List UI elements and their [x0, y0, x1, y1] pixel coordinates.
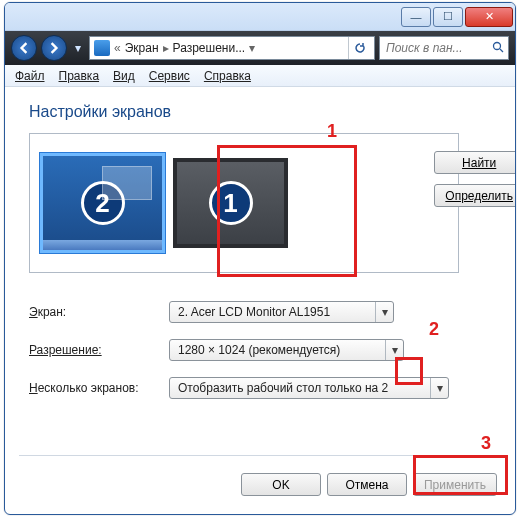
chevron-down-icon: ▾: [385, 340, 403, 360]
close-button[interactable]: ✕: [465, 7, 513, 27]
resolution-label: Разрешение:: [29, 343, 169, 357]
find-button[interactable]: Найти: [434, 151, 516, 174]
menu-file[interactable]: Файл: [15, 69, 45, 83]
monitor-1-badge: 1: [209, 181, 253, 225]
svg-point-0: [494, 42, 501, 49]
screen-value: 2. Acer LCD Monitor AL1951: [178, 305, 330, 319]
back-button[interactable]: [11, 35, 37, 61]
ok-button[interactable]: OK: [241, 473, 321, 496]
multi-screens-dropdown[interactable]: Отобразить рабочий стол только на 2 ▾: [169, 377, 449, 399]
page-title: Настройки экранов: [29, 103, 491, 121]
title-bar: — ☐ ✕: [5, 3, 515, 31]
screen-label: Экран:: [29, 305, 169, 319]
menu-service[interactable]: Сервис: [149, 69, 190, 83]
refresh-button[interactable]: [348, 37, 370, 59]
separator: [19, 455, 501, 456]
breadcrumb-2[interactable]: Разрешени...: [173, 41, 246, 55]
breadcrumb-arrow-2: ▾: [249, 41, 255, 55]
identify-button[interactable]: Определить: [434, 184, 516, 207]
settings-window: — ☐ ✕ ▾ « Экран ▸ Разрешени... ▾: [4, 2, 516, 515]
dialog-buttons: OK Отмена Применить: [241, 473, 497, 496]
monitor-arrangement-pane[interactable]: 2 1: [29, 133, 459, 273]
menu-edit[interactable]: Правка: [59, 69, 100, 83]
resolution-value: 1280 × 1024 (рекомендуется): [178, 343, 340, 357]
monitor-2[interactable]: 2: [40, 153, 165, 253]
search-box[interactable]: [379, 36, 509, 60]
breadcrumb-arrow-1: ▸: [163, 41, 169, 55]
resolution-dropdown[interactable]: 1280 × 1024 (рекомендуется) ▾: [169, 339, 404, 361]
chevron-down-icon: ▾: [375, 302, 393, 322]
address-bar[interactable]: « Экран ▸ Разрешени... ▾: [89, 36, 375, 60]
menu-help[interactable]: Справка: [204, 69, 251, 83]
monitor-2-taskbar: [43, 240, 162, 250]
settings-form: Экран: 2. Acer LCD Monitor AL1951 ▾ Разр…: [29, 301, 491, 399]
apply-button[interactable]: Применить: [413, 473, 497, 496]
monitor-icon: [94, 40, 110, 56]
annotation-label-3: 3: [481, 433, 491, 454]
search-icon[interactable]: [492, 41, 504, 56]
search-input[interactable]: [384, 40, 488, 56]
multi-screens-label: Несколько экранов:: [29, 381, 169, 395]
cancel-button[interactable]: Отмена: [327, 473, 407, 496]
content-area: Настройки экранов 2 1 Найти Определить Э…: [5, 87, 515, 399]
monitor-2-window-preview: [102, 166, 152, 200]
maximize-button[interactable]: ☐: [433, 7, 463, 27]
navigation-bar: ▾ « Экран ▸ Разрешени... ▾: [5, 31, 515, 65]
menu-view[interactable]: Вид: [113, 69, 135, 83]
forward-button[interactable]: [41, 35, 67, 61]
breadcrumb-sep: «: [114, 41, 121, 55]
multi-screens-value: Отобразить рабочий стол только на 2: [178, 381, 388, 395]
nav-history-dropdown[interactable]: ▾: [71, 38, 85, 58]
screen-dropdown[interactable]: 2. Acer LCD Monitor AL1951 ▾: [169, 301, 394, 323]
monitor-1[interactable]: 1: [173, 158, 288, 248]
chevron-down-icon: ▾: [430, 378, 448, 398]
menu-bar: Файл Правка Вид Сервис Справка: [5, 65, 515, 87]
minimize-button[interactable]: —: [401, 7, 431, 27]
breadcrumb-1[interactable]: Экран: [125, 41, 159, 55]
svg-line-1: [500, 49, 503, 52]
